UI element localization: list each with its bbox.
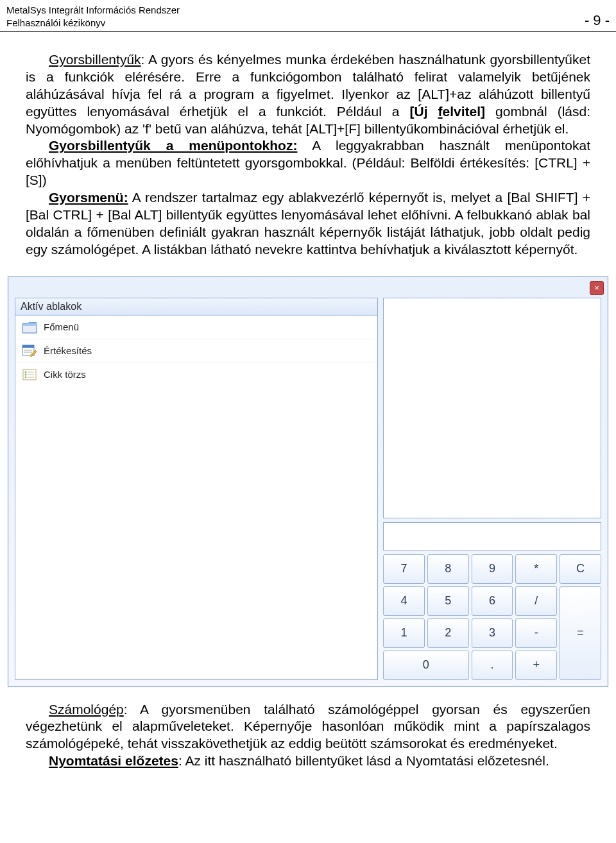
calc-btn-7[interactable]: 7 <box>383 554 425 584</box>
label-shortcuts: Gyorsbillentyűk <box>49 52 141 67</box>
paragraph-quickmenu: Gyorsmenü: A rendszer tartalmaz egy abla… <box>26 189 590 259</box>
label-calculator: Számológép <box>49 702 124 717</box>
list-item[interactable]: Értékesítés <box>15 339 377 363</box>
list-item[interactable]: Cikk törzs <box>15 363 377 386</box>
calc-btn-6[interactable]: 6 <box>472 586 513 616</box>
paragraph-calculator: Számológép: A gyorsmenüben található szá… <box>26 701 590 753</box>
label-quickmenu: Gyorsmenü: <box>49 190 128 205</box>
bold-new-entry: [Új felvitel] <box>410 104 486 119</box>
calc-btn-minus[interactable]: - <box>515 618 557 648</box>
active-windows-panel: Aktív ablakok Főmenü <box>15 298 378 680</box>
calc-btn-2[interactable]: 2 <box>427 618 469 648</box>
body-text: Gyorsbillentyűk: A gyors és kényelmes mu… <box>0 32 616 265</box>
label-menu-shortcuts: Gyorsbillentyűk a menüpontokhoz: <box>49 138 297 153</box>
folder-icon <box>21 319 38 335</box>
close-icon: × <box>594 283 599 293</box>
close-button[interactable]: × <box>590 281 604 295</box>
quickmenu-window: × Aktív ablakok Főmenü <box>8 277 608 687</box>
calc-btn-5[interactable]: 5 <box>427 586 469 616</box>
calc-btn-decimal[interactable]: . <box>472 651 513 680</box>
calc-btn-equals[interactable]: = <box>560 586 601 680</box>
calc-btn-multiply[interactable]: * <box>515 554 557 584</box>
calculator-history <box>383 298 601 518</box>
calculator-keypad: 7 8 9 * C 4 5 6 / = 1 2 3 - 0 . + <box>383 554 601 680</box>
label-print-preview: Nyomtatási előzetes <box>49 753 178 768</box>
panel-title: Aktív ablakok <box>15 298 377 316</box>
page-number: - 9 - <box>585 12 610 29</box>
list-item-label: Főmenü <box>44 321 79 332</box>
paragraph-print-preview: Nyomtatási előzetes: Az itt használható … <box>26 753 590 770</box>
header-left: MetalSys Integrált Információs Rendszer … <box>6 4 180 29</box>
svg-point-5 <box>25 371 27 373</box>
paragraph-menu-shortcuts: Gyorsbillentyűk a menüpontokhoz: A leggy… <box>26 137 590 189</box>
list-item-label: Értékesítés <box>44 345 92 356</box>
doc-title: MetalSys Integrált Információs Rendszer <box>6 4 180 17</box>
calc-btn-clear[interactable]: C <box>560 554 601 584</box>
doc-subtitle: Felhasználói kézikönyv <box>6 17 180 30</box>
calc-btn-divide[interactable]: / <box>515 586 557 616</box>
page-header: MetalSys Integrált Információs Rendszer … <box>0 0 616 32</box>
calc-btn-9[interactable]: 9 <box>472 554 513 584</box>
calc-btn-3[interactable]: 3 <box>472 618 513 648</box>
svg-point-9 <box>25 376 27 378</box>
calc-btn-0[interactable]: 0 <box>383 651 469 680</box>
list-item-label: Cikk törzs <box>44 369 86 380</box>
text: : Az itt használható billentyűket lásd a… <box>178 753 549 768</box>
form-edit-icon <box>21 343 38 359</box>
calc-btn-4[interactable]: 4 <box>383 586 425 616</box>
list-item[interactable]: Főmenü <box>15 316 377 339</box>
svg-point-7 <box>25 373 27 375</box>
calculator-panel: 7 8 9 * C 4 5 6 / = 1 2 3 - 0 . + <box>383 298 601 680</box>
calc-btn-1[interactable]: 1 <box>383 618 425 648</box>
calc-btn-8[interactable]: 8 <box>427 554 469 584</box>
list-lines-icon <box>21 367 38 382</box>
calculator-input[interactable] <box>383 522 601 550</box>
calc-btn-plus[interactable]: + <box>515 651 557 680</box>
window-body: Aktív ablakok Főmenü <box>15 298 601 680</box>
svg-rect-1 <box>22 345 34 348</box>
paragraph-shortcuts: Gyorsbillentyűk: A gyors és kényelmes mu… <box>26 51 590 137</box>
footer-text: Számológép: A gyorsmenüben található szá… <box>0 694 616 783</box>
